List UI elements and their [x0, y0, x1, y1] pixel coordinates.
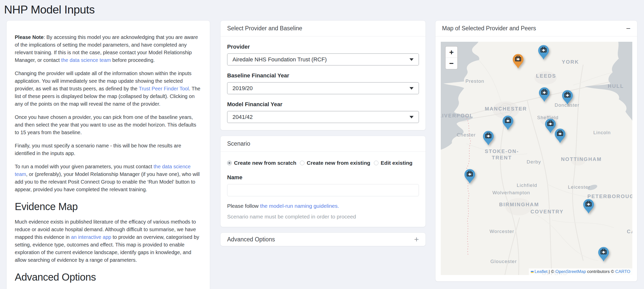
main-layout: Please Note: By accessing this model you… — [0, 20, 644, 289]
model-year-label: Model Financial Year — [227, 101, 419, 108]
map-basemap — [441, 42, 632, 275]
provider-select-value: Airedale NHS Foundation Trust (RCF) — [232, 56, 327, 63]
interactive-app-link[interactable]: an interactive app — [71, 234, 111, 240]
radio-icon[interactable] — [374, 161, 378, 165]
trust-peer-finder-link[interactable]: Trust Peer Finder Tool — [139, 86, 189, 91]
peer-marker[interactable] — [539, 87, 550, 102]
scenario-type-option[interactable]: Edit existing — [374, 160, 413, 166]
leaflet-map[interactable]: + − Leaflet | © OpenStreetMap contributo… — [441, 42, 632, 275]
peer-marker[interactable] — [464, 169, 475, 184]
provider-card-header: Select Provider and Baseline — [221, 21, 426, 36]
controls-column: Select Provider and Baseline Provider Ai… — [220, 20, 426, 252]
scenario-type-option[interactable]: Create new from scratch — [227, 160, 296, 166]
scenario-card-title: Scenario — [227, 140, 250, 147]
evidence-map-heading: Evidence Map — [15, 201, 202, 212]
advanced-options-title: Advanced Options — [227, 236, 275, 243]
peer-marker[interactable] — [545, 118, 556, 133]
naming-guidelines-link[interactable]: the model-run naming guidelines. — [260, 203, 339, 209]
provider-card-title: Select Provider and Baseline — [227, 25, 302, 32]
map-zoom-control: + − — [445, 46, 458, 70]
chevron-down-icon — [409, 116, 414, 118]
expand-plus-icon[interactable]: + — [414, 235, 419, 243]
advanced-options-card: Advanced Options + — [220, 232, 426, 246]
scenario-name-label: Name — [227, 174, 419, 181]
map-card-header: Map of Selected Provider and Peers − — [435, 21, 637, 36]
scenario-type-option-label: Create new from scratch — [234, 160, 296, 166]
peer-marker[interactable] — [483, 131, 494, 145]
data-science-team-link[interactable]: the data science team — [61, 57, 111, 63]
evidence-map-paragraph: Much evidence exists in published litera… — [15, 218, 202, 264]
ukraine-flag-icon — [531, 271, 534, 273]
scenario-type-radios: Create new from scratchCreate new from e… — [227, 160, 419, 166]
chevron-down-icon — [409, 87, 414, 90]
scenario-type-option-label: Create new from existing — [307, 160, 370, 166]
scenario-card-header: Scenario — [221, 136, 426, 152]
provider-baseline-card: Select Provider and Baseline Provider Ai… — [220, 20, 426, 130]
peer-marker[interactable] — [554, 128, 566, 143]
peer-marker[interactable] — [562, 90, 573, 105]
intro-paragraph-4: Finally, you must specify a scenario nam… — [15, 142, 202, 157]
scenario-type-option-label: Edit existing — [381, 160, 413, 166]
provider-select[interactable]: Airedale NHS Foundation Trust (RCF) — [227, 53, 419, 65]
baseline-year-select[interactable]: 2019/20 — [227, 82, 419, 94]
collapse-minus-icon[interactable]: − — [626, 25, 631, 32]
scenario-name-input[interactable] — [227, 184, 419, 196]
radio-icon[interactable] — [300, 161, 304, 165]
leaflet-link[interactable]: Leaflet — [534, 269, 547, 274]
intro-paragraph-3: Once you have chosen a provider, you can… — [15, 113, 202, 136]
page-title: NHP Model Inputs — [4, 3, 644, 16]
intro-paragraph-2: Changing the provider will update all of… — [15, 70, 202, 108]
advanced-options-heading: Advanced Options — [15, 271, 202, 283]
carto-link[interactable]: CARTO — [615, 269, 630, 274]
baseline-year-label: Baseline Financial Year — [227, 72, 419, 79]
naming-guidelines-note: Please follow the model-run naming guide… — [227, 203, 419, 209]
zoom-out-button[interactable]: − — [446, 58, 457, 69]
peer-marker[interactable] — [598, 247, 609, 262]
baseline-year-value: 2019/20 — [232, 85, 253, 92]
map-panel: Map of Selected Provider and Peers − — [435, 20, 637, 282]
selected-provider-marker[interactable] — [513, 54, 524, 68]
scenario-name-warning: Scenario name must be completed in order… — [227, 214, 419, 220]
openstreetmap-link[interactable]: OpenStreetMap — [555, 269, 586, 274]
map-attribution: Leaflet | © OpenStreetMap contributors ©… — [529, 268, 632, 275]
provider-label: Provider — [227, 44, 419, 50]
peer-marker[interactable] — [502, 115, 514, 130]
radio-icon[interactable] — [227, 161, 232, 165]
scenario-card: Scenario Create new from scratchCreate n… — [220, 136, 426, 227]
please-note-label: Please Note — [15, 34, 43, 40]
intro-panel: Please Note: By accessing this model you… — [6, 20, 210, 289]
model-year-value: 2041/42 — [232, 114, 253, 120]
intro-paragraph-1: Please Note: By accessing this model you… — [15, 33, 202, 64]
peer-marker[interactable] — [538, 45, 549, 60]
map-card-title: Map of Selected Provider and Peers — [442, 25, 536, 32]
scenario-type-option[interactable]: Create new from existing — [300, 160, 370, 166]
zoom-in-button[interactable]: + — [446, 47, 457, 58]
chevron-down-icon — [409, 58, 414, 61]
advanced-options-header[interactable]: Advanced Options + — [221, 233, 426, 246]
model-year-select[interactable]: 2041/42 — [227, 111, 419, 123]
peer-marker[interactable] — [583, 199, 594, 214]
intro-paragraph-5: To run a model with your given parameter… — [15, 163, 202, 193]
